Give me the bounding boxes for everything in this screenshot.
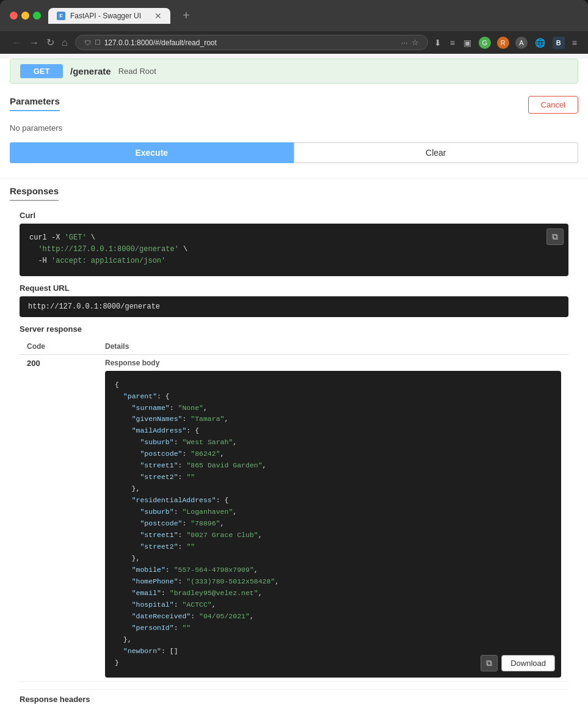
tab-favicon: F [57,12,65,20]
endpoint-description: Read Root [118,67,156,76]
curl-header: 'accept: application/json' [51,257,165,265]
nav-buttons: ← → ↻ ⌂ [10,35,70,49]
responses-title: Responses [10,186,59,201]
curl-label: Curl [20,211,568,220]
clear-button[interactable]: Clear [294,142,579,163]
no-parameters-text: No parameters [10,123,578,133]
action-buttons: Execute Clear [10,142,578,163]
request-url-display: http://127.0.0.1:8000/generate [20,296,568,317]
download-button[interactable]: Download [501,655,555,671]
address-bar: ← → ↻ ⌂ 🛡 ☐ 127.0.0.1:8000/#/default/rea… [0,31,588,54]
response-code: 200 [27,359,40,368]
tab-title: FastAPI - Swagger UI [70,12,150,20]
parameters-section: Cancel Parameters No parameters Execute … [0,89,588,178]
bookmark-icon[interactable]: ☆ [412,38,419,47]
server-response-label: Server response [20,324,568,334]
forward-button[interactable]: → [27,36,42,49]
response-body-label: Response body [105,359,561,367]
response-table: Code Details 200 Response body { "parent… [20,338,568,682]
request-url-section: Request URL http://127.0.0.1:8000/genera… [20,283,568,317]
extension-globe-icon[interactable]: 🌐 [534,37,546,49]
download-icon[interactable]: ⬇ [433,37,443,49]
responses-section: Responses Curl curl -X 'GET' \ 'http://1… [0,178,588,713]
parameters-title: Parameters [10,96,60,111]
response-headers-label: Response headers [20,689,568,708]
curl-url: 'http://127.0.0.1:8000/generate' [38,245,178,254]
tab-close-icon[interactable]: ✕ [154,12,162,20]
menu-icon[interactable]: ≡ [571,37,578,49]
home-button[interactable]: ⌂ [59,36,70,49]
url-text: 127.0.0.1:8000/#/default/read_root [104,38,397,47]
endpoint-path: /generate [70,66,111,76]
new-tab-button[interactable]: + [178,7,195,24]
minimize-button[interactable] [21,12,29,20]
execute-button[interactable]: Execute [10,142,294,163]
extension-b-icon: B [553,37,565,49]
grammarly-icon: G [479,37,491,49]
toolbar-icons: ⬇ ≡ ▣ G R A 🌐 B ≡ [433,37,578,49]
security-icon: 🛡 [84,39,91,46]
cancel-button[interactable]: Cancel [528,96,578,114]
details-header: Details [98,338,568,355]
reader-icon[interactable]: ▣ [462,37,473,49]
curl-line1: curl -X [29,233,65,242]
code-header: Code [20,338,98,355]
traffic-lights [10,12,41,20]
http-method-badge: GET [20,64,63,78]
curl-code-block: curl -X 'GET' \ 'http://127.0.0.1:8000/g… [20,224,568,276]
endpoint-header: GET /generate Read Root [10,59,578,84]
close-button[interactable] [10,12,18,20]
response-json-block: { "parent": { "surname": "None", "givenN… [105,371,561,678]
extension-r-icon: R [497,37,509,49]
request-url-label: Request URL [20,283,568,293]
back-button[interactable]: ← [10,36,24,49]
curl-method: 'GET' [65,233,87,242]
swagger-ui: GET /generate Read Root Cancel Parameter… [0,59,588,713]
response-actions: ⧉ Download [481,655,555,671]
maximize-button[interactable] [33,12,41,20]
title-bar: F FastAPI - Swagger UI ✕ + [0,0,588,31]
page-content: GET /generate Read Root Cancel Parameter… [0,54,588,713]
table-row: 200 Response body { "parent": { "surname… [20,354,568,681]
response-copy-button[interactable]: ⧉ [481,655,498,671]
url-protocol-icon: ☐ [95,38,101,46]
curl-copy-button[interactable]: ⧉ [546,229,564,245]
url-bar[interactable]: 🛡 ☐ 127.0.0.1:8000/#/default/read_root ·… [75,35,428,50]
browser-tab[interactable]: F FastAPI - Swagger UI ✕ [48,8,170,24]
bookmarks-icon[interactable]: ≡ [449,37,456,49]
curl-section: Curl curl -X 'GET' \ 'http://127.0.0.1:8… [20,211,568,276]
browser-window: F FastAPI - Swagger UI ✕ + ← → ↻ ⌂ 🛡 ☐ 1… [0,0,588,713]
response-body-area: Response body { "parent": { "surname": "… [105,359,561,678]
extension-a-icon: A [515,37,528,49]
url-more-icon[interactable]: ··· [401,38,408,47]
refresh-button[interactable]: ↻ [44,35,57,49]
